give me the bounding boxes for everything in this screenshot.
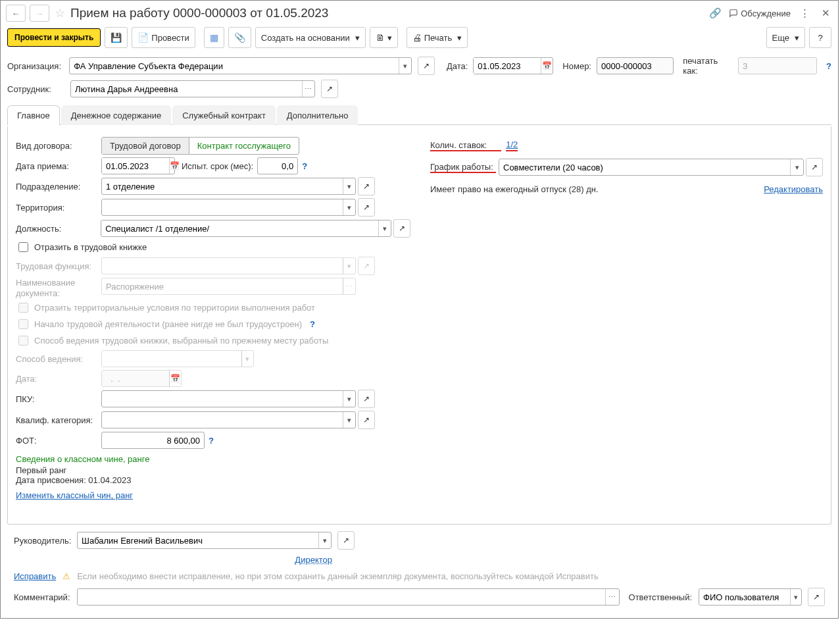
qual-input-wrap[interactable]: ▾ <box>101 411 356 428</box>
post-button[interactable]: 📄Провести <box>132 27 195 48</box>
change-rank-link[interactable]: Изменить классный чин, ранг <box>16 490 133 500</box>
department-input-wrap[interactable]: ▾ <box>101 178 356 195</box>
open-responsible-button[interactable]: ↗ <box>808 588 825 606</box>
first-rank-text: Первый ранг <box>16 465 410 475</box>
kebab-menu-icon[interactable]: ⋮ <box>797 6 812 20</box>
open-department-button[interactable]: ↗ <box>358 177 375 195</box>
ellipsis-icon[interactable]: ⋯ <box>605 589 618 605</box>
form-icon: ▦ <box>210 32 218 43</box>
create-based-on-button[interactable]: Создать на основании▾ <box>255 27 366 48</box>
qual-input[interactable] <box>102 412 343 428</box>
help-button[interactable]: ? <box>809 27 831 48</box>
probation-input[interactable] <box>258 158 297 174</box>
nav-forward-button[interactable]: → <box>30 5 49 22</box>
more-button[interactable]: Еще▾ <box>766 27 805 48</box>
dropdown-icon[interactable]: ▾ <box>343 178 355 194</box>
comment-input-wrap[interactable]: ⋯ <box>77 588 620 606</box>
department-label: Подразделение: <box>16 182 101 192</box>
hire-date-input[interactable] <box>102 158 169 174</box>
close-icon[interactable]: ✕ <box>818 6 833 20</box>
manager-input[interactable] <box>78 532 318 548</box>
fot-input[interactable] <box>102 432 204 448</box>
tab-main[interactable]: Главное <box>7 105 60 125</box>
position-input-wrap[interactable]: ▾ <box>101 220 391 237</box>
manager-input-wrap[interactable]: ▾ <box>77 532 332 549</box>
manager-role-link[interactable]: Директор <box>295 555 332 565</box>
export-button[interactable]: 🗎▾ <box>370 27 398 48</box>
print-as-value: 3 <box>738 57 817 74</box>
doc-name-input <box>102 278 343 294</box>
tab-additional[interactable]: Дополнительно <box>277 105 358 125</box>
organization-input[interactable] <box>70 58 398 74</box>
dropdown-icon[interactable]: ▾ <box>343 199 355 215</box>
dropdown-icon[interactable]: ▾ <box>790 589 801 605</box>
territory-input-wrap[interactable]: ▾ <box>101 199 356 216</box>
open-position-button[interactable]: ↗ <box>393 219 410 238</box>
ellipsis-icon: ⋯ <box>343 278 355 294</box>
open-territory-button[interactable]: ↗ <box>358 198 375 217</box>
schedule-input-wrap[interactable]: ▾ <box>499 159 804 176</box>
dropdown-icon[interactable]: ▾ <box>378 220 391 236</box>
service-contract-option[interactable]: Контракт госслужащего <box>189 138 299 154</box>
date-input[interactable] <box>474 58 541 74</box>
employee-input-wrap[interactable]: ⋯ <box>70 80 315 97</box>
fix-note-text: Если необходимо внести исправление, но п… <box>77 571 598 581</box>
open-organization-button[interactable]: ↗ <box>418 57 435 75</box>
print-button[interactable]: 🖨Печать▾ <box>407 27 468 48</box>
dropdown-icon[interactable]: ▾ <box>318 532 331 548</box>
help-icon[interactable]: ? <box>310 319 315 329</box>
dropdown-icon[interactable]: ▾ <box>343 412 355 428</box>
schedule-input[interactable] <box>499 159 790 175</box>
hire-date-input-wrap[interactable]: 📅 <box>101 157 175 174</box>
ellipsis-icon[interactable]: ⋯ <box>302 81 314 97</box>
dropdown-icon[interactable]: ▾ <box>343 391 355 407</box>
labor-function-input <box>102 258 343 274</box>
attach-button[interactable]: 📎 <box>228 27 251 48</box>
help-icon[interactable]: ? <box>209 436 214 446</box>
department-input[interactable] <box>102 178 343 194</box>
dropdown-icon: ▾ <box>241 351 253 367</box>
nav-back-button[interactable]: ← <box>6 5 26 22</box>
calendar-icon[interactable]: 📅 <box>169 158 180 174</box>
help-icon[interactable]: ? <box>826 61 831 71</box>
pku-input[interactable] <box>102 391 343 407</box>
post-and-close-button[interactable]: Провести и закрыть <box>7 28 101 47</box>
labor-start-checkbox <box>18 319 28 329</box>
open-pku-button[interactable]: ↗ <box>358 390 375 408</box>
responsible-input[interactable] <box>699 589 790 605</box>
employee-input[interactable] <box>71 81 302 97</box>
help-icon[interactable]: ? <box>302 161 307 171</box>
responsible-input-wrap[interactable]: ▾ <box>699 588 802 606</box>
favorite-star-icon[interactable]: ☆ <box>55 6 65 20</box>
reflect-workbook-checkbox[interactable] <box>18 242 28 252</box>
link-icon[interactable]: 🔗 <box>708 6 722 20</box>
dropdown-icon[interactable]: ▾ <box>790 159 803 175</box>
open-qual-button[interactable]: ↗ <box>358 411 375 429</box>
pku-input-wrap[interactable]: ▾ <box>101 390 356 407</box>
contract-type-toggle[interactable]: Трудовой договор Контракт госслужащего <box>101 137 299 155</box>
organization-input-wrap[interactable]: ▾ <box>69 57 412 74</box>
calendar-icon[interactable]: 📅 <box>541 58 553 74</box>
probation-input-wrap[interactable] <box>257 157 298 174</box>
fot-input-wrap[interactable] <box>101 432 205 449</box>
comment-input[interactable] <box>78 589 605 605</box>
labor-contract-option[interactable]: Трудовой договор <box>102 138 189 154</box>
open-employee-button[interactable]: ↗ <box>321 80 338 98</box>
open-manager-button[interactable]: ↗ <box>337 531 355 550</box>
fix-link[interactable]: Исправить <box>14 571 56 581</box>
tab-salary[interactable]: Денежное содержание <box>61 105 171 125</box>
doc-name-input-wrap: ⋯ <box>101 278 356 295</box>
open-schedule-button[interactable]: ↗ <box>806 158 823 176</box>
print-as-label: печатать как: <box>683 56 733 76</box>
save-button[interactable]: 💾 <box>105 27 128 48</box>
tab-contract[interactable]: Служебный контракт <box>172 105 276 125</box>
territory-input[interactable] <box>102 199 343 215</box>
rates-value-link[interactable]: 1/2 <box>506 140 518 151</box>
dropdown-icon[interactable]: ▾ <box>399 58 412 74</box>
printer-icon: 🖨 <box>412 32 422 43</box>
form-button[interactable]: ▦ <box>204 27 224 48</box>
edit-vacation-link[interactable]: Редактировать <box>764 184 823 194</box>
position-input[interactable] <box>101 220 378 236</box>
date-input-wrap[interactable]: 📅 <box>473 57 553 74</box>
discussion-button[interactable]: Обсуждение <box>729 9 791 18</box>
